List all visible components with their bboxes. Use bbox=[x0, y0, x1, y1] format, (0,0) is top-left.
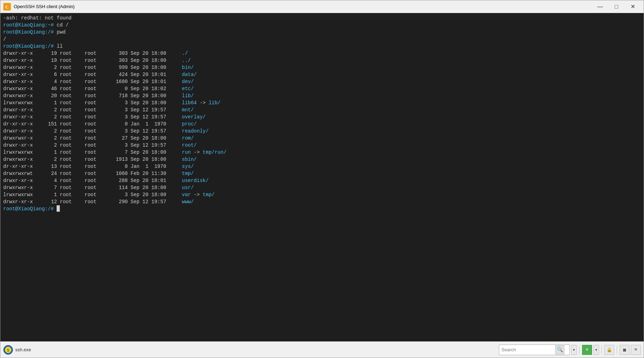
app-icon: C bbox=[3, 3, 11, 11]
status-bar-right: 🔍 ▾ + ▾ 🔒 ▦ ≡ bbox=[499, 345, 641, 355]
terminal-line: / bbox=[3, 36, 641, 43]
minimize-button[interactable]: — bbox=[592, 0, 608, 13]
terminal-line: drwxrwxr-x2rootroot27Sep 20 18:00 rom/ bbox=[3, 135, 641, 142]
terminal-line: lrwxrwxrwx1rootroot7Sep 20 18:00 run -> … bbox=[3, 149, 641, 156]
terminal-line: drwxr-xr-x2rootroot3Sep 12 19:57 readonl… bbox=[3, 128, 641, 135]
terminal-output[interactable]: -ash: redhat: not foundroot@XiaoQiang:~#… bbox=[0, 13, 644, 341]
window-controls: — □ ✕ bbox=[592, 0, 641, 13]
separator-1 bbox=[579, 346, 580, 354]
terminal-line: drwxr-xr-x6rootroot424Sep 20 18:01 data/ bbox=[3, 71, 641, 78]
close-button[interactable]: ✕ bbox=[625, 0, 641, 13]
separator-2 bbox=[602, 346, 602, 354]
svg-text:S: S bbox=[7, 348, 9, 352]
add-button[interactable]: + bbox=[582, 345, 592, 355]
separator-3 bbox=[617, 346, 617, 354]
terminal-line: drwxr-xr-x19rootroot303Sep 20 18:00 ./ bbox=[3, 50, 641, 57]
search-input[interactable] bbox=[501, 347, 554, 352]
terminal-line: drwxr-xr-x2rootroot3Sep 12 19:57 mnt/ bbox=[3, 106, 641, 113]
terminal-line: drwxr-xr-x4rootroot1680Sep 20 18:01 dev/ bbox=[3, 78, 641, 85]
main-window: C OpenSSH SSH client (Admin) — □ ✕ -ash:… bbox=[0, 0, 644, 358]
lock-icon-btn[interactable]: 🔒 bbox=[604, 345, 614, 355]
title-bar: C OpenSSH SSH client (Admin) — □ ✕ bbox=[0, 0, 644, 13]
terminal-prompt-line: root@XiaoQiang:/# bbox=[3, 205, 641, 212]
terminal-line: drwxr-xr-x4rootroot288Sep 20 18:01 userd… bbox=[3, 177, 641, 184]
view-btn-2[interactable]: ≡ bbox=[631, 345, 641, 355]
maximize-button[interactable]: □ bbox=[608, 0, 625, 13]
search-box[interactable]: 🔍 bbox=[499, 345, 570, 355]
status-bar-left: S ssh.exe bbox=[3, 345, 31, 355]
terminal-line: lrwxrwxrwx1rootroot3Sep 20 18:00 var -> … bbox=[3, 191, 641, 198]
terminal-line: drwxrwxr-x46rootroot0Sep 20 18:02 etc/ bbox=[3, 85, 641, 92]
exe-label: ssh.exe bbox=[15, 347, 31, 352]
terminal-line: root@XiaoQiang:/# ll bbox=[3, 43, 641, 50]
terminal-line: dr-xr-xr-x151rootroot0Jan 1 1970 proc/ bbox=[3, 121, 641, 128]
svg-text:C: C bbox=[5, 4, 8, 10]
ssh-icon: S bbox=[3, 345, 13, 355]
terminal-line: drwxrwxrwt24rootroot1060Feb 20 11:30 tmp… bbox=[3, 170, 641, 177]
add-dropdown-button[interactable]: ▾ bbox=[593, 345, 599, 355]
terminal-line: drwxrwxr-x2rootroot999Sep 20 18:00 bin/ bbox=[3, 64, 641, 71]
terminal-line: drwxr-xr-x19rootroot303Sep 20 18:00 ../ bbox=[3, 57, 641, 64]
status-bar: S ssh.exe 🔍 ▾ + ▾ 🔒 ▦ ≡ bbox=[0, 341, 644, 358]
terminal-line: -ash: redhat: not found bbox=[3, 14, 641, 22]
terminal-line: drwxr-xr-x2rootroot3Sep 12 19:57 root/ bbox=[3, 142, 641, 149]
terminal-line: drwxrwxr-x7rootroot114Sep 20 18:00 usr/ bbox=[3, 184, 641, 191]
terminal-line: root@XiaoQiang:~# cd / bbox=[3, 22, 641, 29]
search-button[interactable]: 🔍 bbox=[555, 345, 564, 354]
terminal-line: drwxr-xr-x2rootroot3Sep 12 19:57 overlay… bbox=[3, 113, 641, 121]
search-dropdown-button[interactable]: ▾ bbox=[571, 345, 577, 355]
terminal-line: drwxrwxr-x20rootroot718Sep 20 18:00 lib/ bbox=[3, 92, 641, 99]
window-title: OpenSSH SSH client (Admin) bbox=[14, 4, 592, 9]
terminal-line: lrwxrwxrwx1rootroot3Sep 20 18:00 lib64 -… bbox=[3, 99, 641, 106]
terminal-line: drwxrwxr-x2rootroot1913Sep 20 18:00 sbin… bbox=[3, 156, 641, 163]
terminal-line: drwxr-xr-x12rootroot290Sep 12 19:57 www/ bbox=[3, 198, 641, 205]
terminal-line: root@XiaoQiang:/# pwd bbox=[3, 29, 641, 36]
view-btn-1[interactable]: ▦ bbox=[620, 345, 629, 355]
terminal-line: dr-xr-xr-x13rootroot0Jan 1 1970 sys/ bbox=[3, 163, 641, 170]
